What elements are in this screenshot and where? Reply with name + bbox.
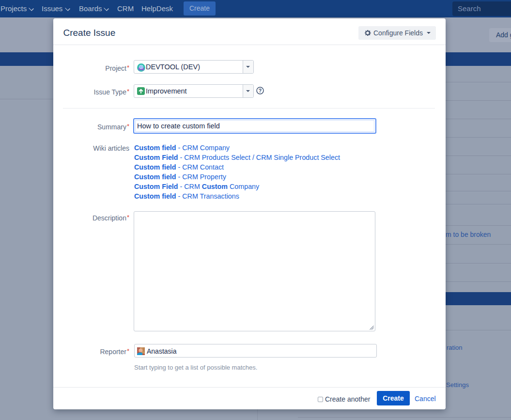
svg-text:?: ? — [259, 88, 262, 93]
